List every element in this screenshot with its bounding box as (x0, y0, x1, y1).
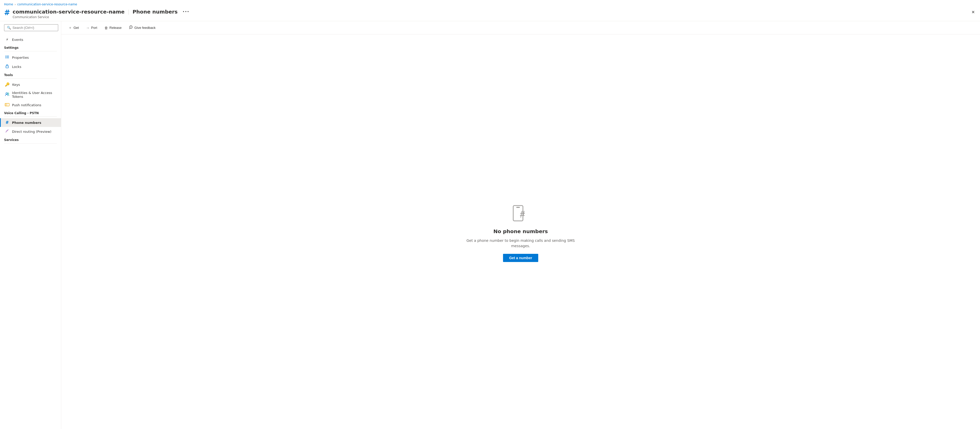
settings-divider (4, 51, 57, 51)
title-separator: | (127, 9, 129, 15)
services-divider (4, 143, 57, 144)
sidebar-item-label: Events (12, 38, 23, 41)
sidebar-item-identities[interactable]: Identities & User Access Tokens (0, 89, 61, 100)
get-number-button[interactable]: Get a number (503, 254, 538, 262)
direct-routing-icon (5, 129, 10, 134)
svg-line-15 (129, 28, 130, 29)
release-label: Release (110, 26, 122, 30)
sidebar: 🔍 « ⚡ Events Settings Properties Locks (0, 21, 61, 429)
page-subtitle: Communication Service (13, 15, 970, 19)
sidebar-item-label: Push notifications (12, 103, 41, 107)
lightning-icon: ⚡ (5, 37, 10, 42)
svg-point-8 (8, 93, 9, 94)
release-button[interactable]: 🗑 Release (101, 24, 125, 32)
sidebar-item-label: Locks (12, 65, 21, 69)
search-input[interactable] (13, 26, 56, 30)
svg-rect-10 (5, 104, 7, 106)
svg-point-7 (6, 93, 7, 94)
sidebar-item-label: Identities & User Access Tokens (12, 91, 57, 99)
content-area: ＋ Get → Port 🗑 Release Give feedback (61, 21, 980, 429)
sidebar-item-label: Phone numbers (12, 121, 41, 124)
page-header: # communication-service-resource-name | … (0, 8, 980, 21)
more-menu-button[interactable]: ··· (183, 10, 189, 14)
content-body: # No phone numbers Get a phone number to… (61, 35, 980, 429)
page-header-text: communication-service-resource-name | Ph… (13, 9, 970, 19)
lock-icon (5, 64, 10, 69)
main-layout: 🔍 « ⚡ Events Settings Properties Locks (0, 21, 980, 429)
svg-rect-6 (6, 66, 8, 68)
services-section-label: Services (0, 136, 61, 143)
identities-icon (5, 92, 10, 97)
breadcrumb-home[interactable]: Home (4, 3, 13, 6)
breadcrumb-resource[interactable]: communication-service-resource-name (17, 3, 77, 6)
tools-section-label: Tools (0, 71, 61, 78)
sidebar-item-events[interactable]: ⚡ Events (0, 35, 61, 44)
give-feedback-button[interactable]: Give feedback (126, 24, 159, 32)
close-button[interactable]: ✕ (970, 9, 976, 16)
svg-point-4 (6, 58, 6, 59)
breadcrumb: Home › communication-service-resource-na… (0, 0, 980, 8)
sidebar-item-phone-numbers[interactable]: # Phone numbers (0, 118, 61, 127)
voice-section-label: Voice Calling - PSTN (0, 109, 61, 116)
feedback-icon (129, 25, 133, 30)
svg-point-2 (6, 57, 6, 57)
arrow-right-icon: → (86, 26, 89, 30)
search-icon: 🔍 (7, 26, 11, 30)
hash-icon: # (5, 120, 10, 125)
key-icon: 🔑 (5, 82, 10, 87)
voice-divider (4, 116, 57, 117)
empty-state: # No phone numbers Get a phone number to… (457, 202, 584, 262)
sidebar-item-properties[interactable]: Properties (0, 53, 61, 62)
resource-name: communication-service-resource-name (13, 9, 124, 15)
get-button[interactable]: ＋ Get (65, 24, 82, 32)
page-name: Phone numbers (132, 9, 177, 15)
push-notifications-icon (5, 103, 10, 107)
sidebar-item-label: Direct routing (Preview) (12, 130, 51, 134)
port-label: Port (91, 26, 97, 30)
svg-point-0 (6, 56, 6, 56)
trash-icon: 🗑 (104, 26, 108, 30)
sidebar-item-locks[interactable]: Locks (0, 62, 61, 71)
properties-icon (5, 55, 10, 60)
svg-rect-16 (516, 207, 520, 208)
port-button[interactable]: → Port (83, 24, 100, 32)
svg-text:#: # (520, 209, 525, 220)
toolbar: ＋ Get → Port 🗑 Release Give feedback (61, 21, 980, 35)
sidebar-item-label: Properties (12, 56, 29, 59)
sidebar-item-direct-routing[interactable]: Direct routing (Preview) (0, 127, 61, 136)
empty-state-description: Get a phone number to begin making calls… (457, 238, 584, 249)
sidebar-item-label: Keys (12, 83, 20, 86)
settings-section-label: Settings (0, 44, 61, 51)
tools-divider (4, 78, 57, 79)
plus-icon: ＋ (68, 26, 72, 30)
sidebar-item-keys[interactable]: 🔑 Keys (0, 80, 61, 89)
page-header-title: communication-service-resource-name | Ph… (13, 9, 970, 15)
feedback-label: Give feedback (135, 26, 156, 30)
empty-state-title: No phone numbers (493, 228, 548, 234)
search-box[interactable]: 🔍 (4, 24, 58, 31)
get-label: Get (73, 26, 79, 30)
page-header-icon: # (4, 9, 10, 16)
empty-state-icon: # (509, 202, 532, 225)
sidebar-item-push-notifications[interactable]: Push notifications (0, 100, 61, 109)
